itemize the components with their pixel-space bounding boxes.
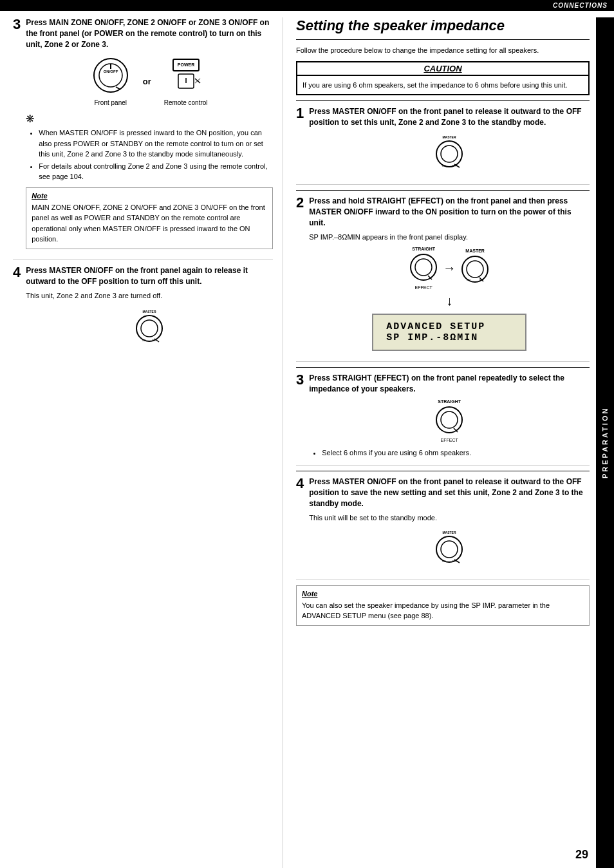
master-knob-r2-svg: ON OFF: [459, 253, 491, 285]
right-step-1-heading: Press MASTER ON/OFF on the front panel t…: [309, 106, 590, 128]
straight-knob-wrap: STRAIGHT EFFECT: [407, 247, 440, 290]
svg-text:MASTER: MASTER: [443, 135, 457, 139]
right-step-3-bullets: Select 6 ohms if you are using 6 ohm spe…: [315, 448, 590, 458]
display-screen: ADVANCED SETUP SP IMP.-8ΩMIN: [372, 314, 526, 351]
remote-control-label: Remote control: [164, 99, 208, 106]
right-step-3-knob: STRAIGHT EFFECT: [309, 399, 590, 442]
right-note-box: Note You can also set the speaker impeda…: [296, 585, 590, 626]
right-step-4-knob: MASTER ON OFF: [309, 529, 590, 569]
right-step-1-content: Press MASTER ON/OFF on the front panel t…: [309, 106, 590, 179]
right-step-3-number: 3: [296, 373, 304, 460]
svg-point-35: [436, 536, 462, 562]
svg-point-12: [136, 316, 162, 341]
master-knob-r1-svg: MASTER ON OFF: [430, 133, 469, 172]
svg-text:ON: ON: [442, 164, 446, 167]
tip-symbol: ❋: [26, 113, 273, 125]
right-step-3: 3 Press STRAIGHT (EFFECT) on the front p…: [296, 373, 590, 466]
svg-line-4: [116, 87, 120, 90]
left-note-box: Note MAIN ZONE ON/OFF, ZONE 2 ON/OFF and…: [26, 187, 273, 249]
page-number: 29: [575, 848, 588, 862]
page: CONNECTIONS 3 Press MAIN ZONE ON/OFF, ZO…: [0, 0, 614, 868]
step-3-bullets: When MASTER ON/OFF is pressed inward to …: [32, 127, 273, 182]
front-panel-knob: ON/OFF Front panel: [91, 56, 130, 106]
display-line1: ADVANCED SETUP: [386, 321, 512, 332]
svg-text:I: I: [185, 77, 187, 84]
onoff-knob-svg: ON/OFF: [91, 56, 130, 95]
svg-text:ON: ON: [467, 278, 470, 281]
arrow-right-icon: →: [443, 261, 456, 276]
svg-point-13: [141, 320, 158, 337]
master-knob-left-svg: MASTER ON OFF: [130, 308, 169, 346]
step2-rule: [296, 367, 590, 368]
master-knob-r4-svg: MASTER ON OFF: [430, 529, 469, 567]
arrow-down-icon: ↓: [309, 294, 590, 308]
step-3-heading: Press MAIN ZONE ON/OFF, ZONE 2 ON/OFF or…: [26, 17, 273, 50]
title-rule: [296, 39, 590, 40]
svg-text:ON/OFF: ON/OFF: [103, 70, 118, 73]
svg-point-27: [467, 261, 483, 278]
straight-knob-svg: [407, 251, 440, 283]
svg-text:MASTER: MASTER: [143, 310, 157, 314]
left-note-body: MAIN ZONE ON/OFF, ZONE 2 ON/OFF and ZONE…: [32, 202, 267, 245]
content-area: 3 Press MAIN ZONE ON/OFF, ZONE 2 ON/OFF …: [0, 11, 614, 868]
right-column: Setting the speaker impedance Follow the…: [283, 17, 614, 868]
power-button-svg: POWER I: [167, 56, 205, 95]
page-title: Setting the speaker impedance: [296, 17, 590, 34]
left-note-title: Note: [32, 192, 267, 200]
bullet-1: When MASTER ON/OFF is pressed inward to …: [39, 127, 273, 160]
step-3-images: ON/OFF Front panel or POWER: [26, 56, 273, 106]
front-panel-label: Front panel: [91, 99, 130, 106]
right-step-4-content: Press MASTER ON/OFF on the front panel t…: [309, 476, 590, 574]
svg-point-18: [436, 141, 462, 167]
right-step-1-number: 1: [296, 106, 304, 179]
right-step-4-heading: Press MASTER ON/OFF on the front panel t…: [309, 476, 590, 509]
right-step-1-knob: MASTER ON OFF: [309, 133, 590, 174]
step-4-body: This unit, Zone 2 and Zone 3 are turned …: [26, 290, 273, 301]
step-4-knob-area: MASTER ON OFF: [26, 308, 273, 348]
svg-point-31: [436, 407, 462, 433]
straight-knob2-svg: [433, 404, 465, 436]
right-note-body: You can also set the speaker impedance b…: [302, 600, 584, 621]
right-step-4-number: 4: [296, 476, 304, 574]
right-note-title: Note: [302, 590, 584, 598]
header-bar: CONNECTIONS: [0, 0, 614, 11]
step-3-content: Press MAIN ZONE ON/OFF, ZONE 2 ON/OFF or…: [26, 17, 273, 254]
left-column: 3 Press MAIN ZONE ON/OFF, ZONE 2 ON/OFF …: [0, 17, 283, 868]
svg-point-32: [441, 411, 458, 428]
step-4-heading: Press MASTER ON/OFF on the front panel a…: [26, 265, 273, 287]
arrow-down-wrap: ↓: [309, 294, 590, 308]
step-3-number: 3: [13, 17, 21, 254]
svg-point-36: [441, 541, 458, 558]
svg-point-23: [411, 254, 436, 280]
right-step-2: 2 Press and hold STRAIGHT (EFFECT) on th…: [296, 196, 590, 362]
section-label: CONNECTIONS: [553, 2, 608, 9]
left-step-3: 3 Press MAIN ZONE ON/OFF, ZONE 2 ON/OFF …: [13, 17, 273, 260]
right-step-4-body: This unit will be set to the standby mod…: [309, 513, 590, 524]
step1-rule: [296, 190, 590, 191]
right-step-2-number: 2: [296, 196, 304, 356]
intro-text: Follow the procedure below to change the…: [296, 45, 590, 56]
right-step-2-content: Press and hold STRAIGHT (EFFECT) on the …: [309, 196, 590, 356]
right-step-4: 4 Press MASTER ON/OFF on the front panel…: [296, 476, 590, 580]
svg-text:ON: ON: [142, 339, 146, 342]
step2-knob-row: STRAIGHT EFFECT → MASTER: [309, 247, 590, 290]
caution-rule: [296, 100, 590, 101]
svg-point-19: [441, 146, 458, 162]
svg-text:MASTER: MASTER: [443, 531, 457, 534]
master-knob-wrap2: MASTER ON OFF: [459, 249, 491, 287]
step3-rule: [296, 471, 590, 471]
caution-box: CAUTION If you are using 6 ohm speakers,…: [296, 61, 590, 96]
or-text: or: [143, 77, 151, 86]
svg-text:POWER: POWER: [177, 62, 194, 67]
right-step-3-heading: Press STRAIGHT (EFFECT) on the front pan…: [309, 373, 590, 395]
right-step-2-body: SP IMP.–8ΩMIN appears in the front panel…: [309, 232, 590, 243]
remote-control-knob: POWER I Remote control: [164, 56, 208, 106]
caution-title: CAUTION: [297, 62, 588, 76]
display-line2: SP IMP.-8ΩMIN: [386, 332, 512, 343]
svg-point-26: [462, 256, 488, 282]
step-4-number: 4: [13, 265, 21, 355]
right-step-1: 1 Press MASTER ON/OFF on the front panel…: [296, 106, 590, 185]
step-4-content: Press MASTER ON/OFF on the front panel a…: [26, 265, 273, 355]
bullet-2: For details about controlling Zone 2 and…: [39, 161, 273, 182]
right-step-3-content: Press STRAIGHT (EFFECT) on the front pan…: [309, 373, 590, 460]
